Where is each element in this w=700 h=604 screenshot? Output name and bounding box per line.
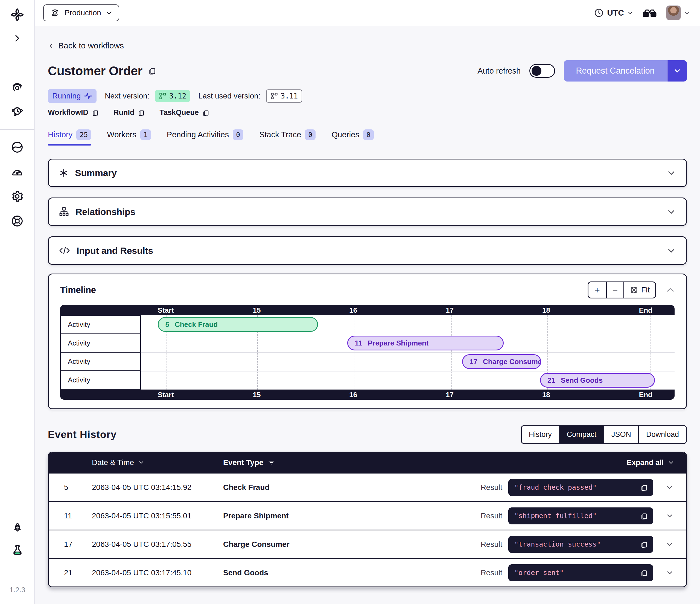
expand-all-button[interactable]: Expand all — [363, 458, 686, 467]
fit-expand-icon — [630, 286, 638, 294]
timeline-bar-charge-consumer[interactable]: 17Charge Consumer — [462, 354, 541, 369]
workflow-id-copy[interactable]: WorkflowID — [48, 108, 99, 117]
timeline-axis-top: Start15161718End — [60, 305, 675, 315]
chevron-down-icon — [666, 512, 674, 520]
event-type-column-header[interactable]: Event Type — [221, 458, 363, 467]
event-history-title: Event History — [48, 429, 117, 440]
sitemap-icon — [59, 207, 69, 217]
timeline-fit-button[interactable]: Fit — [623, 282, 655, 298]
chevron-down-icon — [627, 10, 633, 16]
labs-glasses-icon[interactable] — [643, 7, 657, 18]
event-row[interactable]: 5 2063-04-05 UTC 03:14:15.92 Check Fraud… — [49, 473, 686, 501]
event-time: 2063-04-05 UTC 03:14:15.92 — [90, 483, 221, 492]
event-row[interactable]: 11 2063-04-05 UTC 03:15:55.01 Prepare Sh… — [49, 501, 686, 530]
timeline-zoom-in-button[interactable]: + — [589, 282, 606, 298]
timezone-selector[interactable]: UTC — [594, 8, 633, 18]
tab-pending-activities[interactable]: Pending Activities0 — [167, 129, 243, 146]
tab-queries[interactable]: Queries0 — [331, 129, 374, 146]
user-menu[interactable] — [666, 5, 690, 20]
run-id-copy[interactable]: RunId — [114, 108, 145, 117]
collapse-timeline-chevron-up-icon[interactable] — [666, 285, 675, 295]
timeline-tick-label: 17 — [446, 390, 454, 399]
chevron-down-icon — [673, 67, 681, 75]
rail-divider — [0, 129, 34, 130]
chevron-down-icon[interactable] — [667, 246, 676, 255]
chevron-down-icon — [666, 540, 674, 549]
copy-icon[interactable] — [640, 512, 648, 520]
temporal-logo-icon[interactable] — [8, 6, 26, 24]
namespaces-icon[interactable] — [8, 79, 26, 96]
code-icon — [59, 246, 70, 255]
event-type: Check Fraud — [221, 483, 363, 492]
nexus-icon[interactable] — [8, 139, 26, 156]
support-lifebuoy-icon[interactable] — [8, 212, 26, 230]
relationships-accordion[interactable]: Relationships — [48, 197, 687, 226]
result-label: Result — [481, 540, 502, 549]
top-bar: Production UTC — [35, 0, 700, 26]
copy-icon[interactable] — [148, 67, 157, 75]
copy-icon — [92, 109, 99, 117]
timeline-tick-label: End — [639, 390, 652, 399]
timeline-tick-label: 15 — [253, 306, 261, 314]
date-time-column-header[interactable]: Date & Time — [90, 458, 221, 467]
tab-workers[interactable]: Workers1 — [107, 129, 151, 146]
filter-icon — [268, 459, 275, 466]
cancel-menu-caret[interactable] — [667, 60, 687, 81]
timeline-zoom-out-button[interactable]: − — [606, 282, 623, 298]
timeline-tick-label: 17 — [446, 306, 454, 314]
timeline-lane-separator — [141, 371, 675, 371]
timeline-bar-check-fraud[interactable]: 5Check Fraud — [158, 317, 318, 332]
status-badge: Running — [48, 89, 97, 103]
timeline-tick-label: Start — [158, 306, 174, 314]
settings-gear-icon[interactable] — [8, 188, 26, 205]
view-history-button[interactable]: History — [522, 426, 559, 443]
input-results-accordion[interactable]: Input and Results — [48, 236, 687, 265]
expand-row-chevron[interactable] — [653, 540, 686, 549]
result-chip: "order sent" — [508, 564, 653, 581]
request-cancelation-button: Request Cancelation — [564, 60, 687, 81]
chevron-down-icon — [683, 9, 690, 16]
timeline-row-label: Activity — [60, 370, 141, 389]
timeline-lane-separator — [141, 334, 675, 334]
event-type: Send Goods — [221, 569, 363, 577]
copy-icon[interactable] — [640, 569, 648, 577]
namespace-label: Production — [65, 8, 101, 17]
event-type: Prepare Shipment — [221, 511, 363, 520]
copy-icon[interactable] — [640, 483, 648, 491]
chevron-down-icon[interactable] — [667, 207, 676, 216]
event-row[interactable]: 17 2063-04-05 UTC 03:17:05.55 Charge Con… — [49, 530, 686, 558]
chevron-down-icon — [666, 483, 674, 491]
event-row[interactable]: 21 2063-04-05 UTC 03:17:45.10 Send Goods… — [49, 558, 686, 586]
expand-row-chevron[interactable] — [653, 483, 686, 491]
workflow-tabs: History25 Workers1 Pending Activities0 S… — [48, 129, 687, 146]
copy-icon[interactable] — [640, 540, 648, 549]
tab-history[interactable]: History25 — [48, 129, 91, 146]
timeline-axis-bottom: Start15161718End — [60, 389, 675, 400]
whats-new-rocket-icon[interactable] — [9, 520, 26, 537]
event-id: 17 — [49, 540, 90, 549]
view-compact-button[interactable]: Compact — [559, 426, 603, 443]
chevron-down-icon — [668, 459, 675, 466]
chevron-left-icon — [48, 42, 54, 49]
auto-refresh-toggle[interactable] — [529, 64, 555, 78]
expand-row-chevron[interactable] — [653, 512, 686, 520]
left-nav-rail: 1.2.3 — [0, 0, 35, 604]
chevron-down-icon[interactable] — [667, 169, 676, 177]
view-download-button[interactable]: Download — [638, 426, 686, 443]
schedules-icon[interactable] — [8, 103, 26, 120]
timeline-bar-prepare-shipment[interactable]: 11Prepare Shipment — [347, 336, 504, 351]
tab-stack-trace[interactable]: Stack Trace0 — [259, 129, 316, 146]
task-queue-copy[interactable]: TaskQueue — [159, 108, 210, 117]
result-label: Result — [481, 511, 502, 520]
labs-flask-icon[interactable] — [9, 542, 26, 559]
summary-accordion[interactable]: Summary — [48, 159, 687, 187]
timeline-row-labels: ActivityActivityActivityActivity — [60, 315, 141, 389]
usage-gauge-icon[interactable] — [8, 163, 26, 180]
namespace-switcher[interactable]: Production — [43, 4, 119, 21]
expand-sidebar-button[interactable] — [8, 29, 26, 47]
expand-row-chevron[interactable] — [653, 569, 686, 577]
timeline-bar-send-goods[interactable]: 21Send Goods — [540, 373, 655, 388]
view-json-button[interactable]: JSON — [603, 426, 638, 443]
workflow-title: Customer Order — [48, 64, 143, 78]
back-to-workflows-link[interactable]: Back to workflows — [48, 41, 124, 50]
